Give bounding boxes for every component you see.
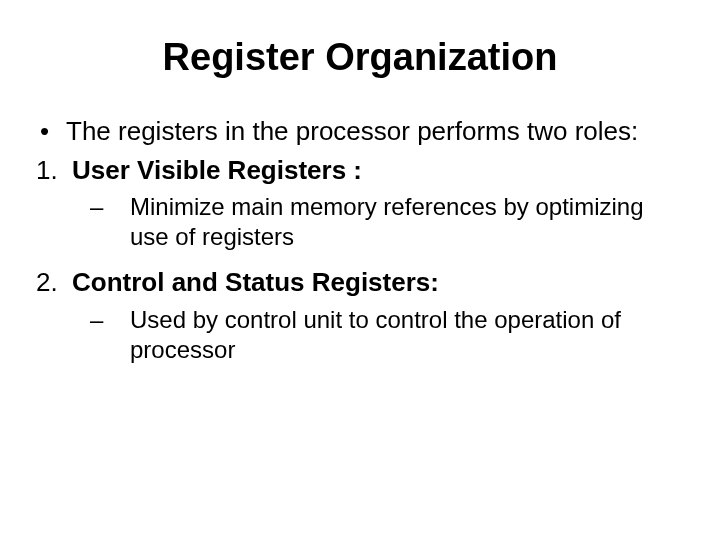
- item-number: 1.: [36, 154, 72, 187]
- sub-text: Minimize main memory references by optim…: [130, 192, 684, 252]
- list-item: 2. Control and Status Registers:: [36, 266, 684, 299]
- bullet-glyph: •: [36, 115, 66, 148]
- sub-dash: –: [90, 305, 130, 365]
- item-number: 2.: [36, 266, 72, 299]
- intro-bullet: • The registers in the processor perform…: [36, 115, 684, 148]
- sub-text: Used by control unit to control the oper…: [130, 305, 684, 365]
- list-item: 1. User Visible Registers :: [36, 154, 684, 187]
- sub-item: – Minimize main memory references by opt…: [90, 192, 684, 252]
- slide-body: • The registers in the processor perform…: [36, 115, 684, 365]
- item-label: User Visible Registers :: [72, 154, 684, 187]
- item-label: Control and Status Registers:: [72, 266, 684, 299]
- intro-text: The registers in the processor performs …: [66, 115, 684, 148]
- sub-item: – Used by control unit to control the op…: [90, 305, 684, 365]
- slide-title: Register Organization: [36, 36, 684, 79]
- sub-dash: –: [90, 192, 130, 252]
